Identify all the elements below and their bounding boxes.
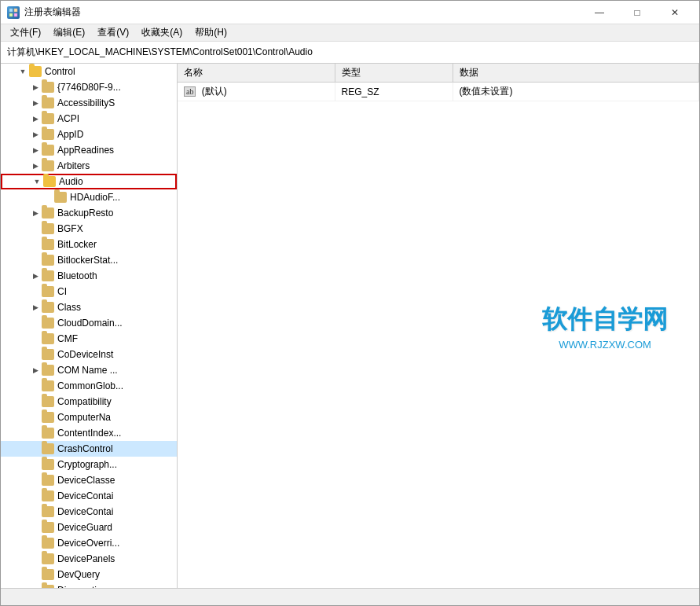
tree-item-devicepanels[interactable]: ▶ DevicePanels [1, 551, 177, 567]
folder-icon [54, 192, 67, 203]
tree-label: DeviceContai [57, 490, 113, 501]
tree-item-deviceoverrides[interactable]: ▶ DeviceOverri... [1, 535, 177, 551]
folder-icon [42, 113, 54, 124]
tree-label: HDAudioF... [70, 192, 120, 203]
tree-label: CoDeviceInst [57, 349, 113, 360]
ab-icon: ab [184, 86, 196, 97]
tree-label: Control [45, 66, 75, 77]
expand-arrow: ▶ [29, 112, 42, 125]
tree-item-audio[interactable]: ▼ Audio [1, 174, 177, 189]
folder-icon [42, 145, 54, 156]
tree-label: BackupResto [57, 208, 113, 219]
column-name: 名称 [178, 64, 335, 83]
tree-item-hdaudio[interactable]: ▶ HDAudioF... [1, 189, 177, 205]
window-controls: — □ ✕ [581, 1, 693, 24]
folder-icon [29, 66, 42, 77]
tree-item-devquery[interactable]: ▶ DevQuery [1, 567, 177, 582]
expand-arrow: ▶ [29, 285, 42, 298]
folder-icon [42, 396, 54, 407]
tree-item-arbiters[interactable]: ▶ Arbiters [1, 158, 177, 174]
tree-item-bitlocker[interactable]: ▶ BitLocker [1, 237, 177, 252]
tree-item-clouddomain[interactable]: ▶ CloudDomain... [1, 315, 177, 331]
tree-item-devicecontainer1[interactable]: ▶ DeviceContai [1, 488, 177, 504]
tree-item-class[interactable]: ▶ Class [1, 299, 177, 315]
minimize-button[interactable]: — [581, 1, 618, 24]
expand-arrow: ▶ [29, 458, 42, 471]
tree-item-cmf[interactable]: ▶ CMF [1, 331, 177, 347]
expand-arrow: ▼ [31, 175, 43, 188]
folder-icon [42, 82, 54, 93]
expand-arrow: ▶ [29, 411, 42, 424]
tree-label: BitlockerStat... [57, 255, 118, 266]
folder-icon [42, 270, 54, 281]
tree-item-deviceguard[interactable]: ▶ DeviceGuard [1, 520, 177, 535]
tree-item-diagnostics[interactable]: ▶ Diagnostics [1, 582, 177, 588]
folder-icon [42, 349, 54, 360]
menu-help[interactable]: 帮助(H) [189, 24, 233, 41]
expand-arrow: ▶ [29, 81, 42, 94]
tree-label: ComputerNa [57, 412, 111, 423]
folder-icon [42, 522, 54, 533]
folder-icon [42, 490, 54, 501]
tree-label: DevQuery [57, 569, 100, 580]
tree-item-appid[interactable]: ▶ AppID [1, 127, 177, 142]
tree-item-crashcontrol[interactable]: ▶ CrashControl [1, 441, 177, 457]
expand-arrow: ▶ [29, 160, 42, 172]
expand-arrow: ▶ [29, 97, 42, 109]
tree-item-backuprestore[interactable]: ▶ BackupResto [1, 205, 177, 221]
tree-item-deviceclasses[interactable]: ▶ DeviceClasse [1, 472, 177, 488]
tree-label: DeviceContai [57, 506, 113, 517]
table-row[interactable]: ab (默认) REG_SZ (数值未设置) [178, 83, 699, 101]
tree-item-acpi[interactable]: ▶ ACPI [1, 111, 177, 127]
folder-icon [42, 129, 54, 140]
watermark-main: 软件自学网 [542, 302, 668, 336]
tree-item-devicecontainer2[interactable]: ▶ DeviceContai [1, 504, 177, 520]
menu-file[interactable]: 文件(F) [4, 24, 47, 41]
tree-item-appreadiness[interactable]: ▶ AppReadines [1, 142, 177, 158]
expand-arrow: ▶ [29, 443, 42, 455]
expand-arrow: ▶ [29, 332, 42, 345]
folder-icon [42, 223, 54, 234]
title-bar: 注册表编辑器 — □ ✕ [1, 1, 699, 24]
folder-icon [42, 506, 54, 517]
tree-label: ACPI [57, 113, 79, 124]
menu-favorites[interactable]: 收藏夹(A) [135, 24, 189, 41]
tree-panel[interactable]: ▼ Control ▶ {7746D80F-9... ▶ Accessibili… [1, 64, 178, 588]
tree-item-bluetooth[interactable]: ▶ Bluetooth [1, 268, 177, 284]
close-button[interactable]: ✕ [657, 1, 693, 24]
tree-item-bitlockerstatus[interactable]: ▶ BitlockerStat... [1, 252, 177, 268]
maximize-button[interactable]: □ [619, 1, 655, 24]
tree-item-cryptography[interactable]: ▶ Cryptograph... [1, 457, 177, 472]
value-type: REG_SZ [335, 83, 453, 101]
folder-icon [42, 208, 54, 219]
tree-item-commonglobal[interactable]: ▶ CommonGlob... [1, 378, 177, 394]
folder-icon [42, 569, 54, 580]
tree-item-compatibility[interactable]: ▶ Compatibility [1, 394, 177, 410]
status-bar [1, 588, 699, 605]
tree-item-guid[interactable]: ▶ {7746D80F-9... [1, 79, 177, 95]
tree-item-contentindex[interactable]: ▶ ContentIndex... [1, 425, 177, 441]
tree-label: Audio [59, 176, 83, 187]
tree-label: Cryptograph... [57, 459, 117, 470]
menu-edit[interactable]: 编辑(E) [47, 24, 91, 41]
menu-view[interactable]: 查看(V) [91, 24, 135, 41]
expand-arrow: ▶ [29, 364, 42, 376]
tree-item-control[interactable]: ▼ Control [1, 64, 177, 79]
svg-rect-3 [14, 13, 17, 17]
expand-arrow: ▶ [29, 505, 42, 518]
tree-item-ci[interactable]: ▶ CI [1, 284, 177, 299]
tree-label: {7746D80F-9... [57, 82, 121, 93]
tree-item-codeviceinst[interactable]: ▶ CoDeviceInst [1, 347, 177, 362]
value-data: (数值未设置) [453, 83, 699, 101]
expand-arrow: ▶ [29, 537, 42, 549]
tree-item-accessibility[interactable]: ▶ AccessibilityS [1, 95, 177, 111]
tree-item-bgfx[interactable]: ▶ BGFX [1, 221, 177, 237]
address-bar: 计算机\HKEY_LOCAL_MACHINE\SYSTEM\ControlSet… [1, 42, 699, 64]
tree-item-comname[interactable]: ▶ COM Name ... [1, 362, 177, 378]
expand-arrow: ▶ [29, 144, 42, 156]
expand-arrow: ▶ [29, 427, 42, 439]
expand-arrow: ▶ [29, 128, 42, 141]
tree-label: COM Name ... [57, 365, 118, 376]
tree-item-computername[interactable]: ▶ ComputerNa [1, 410, 177, 425]
expand-arrow: ▶ [29, 270, 42, 282]
